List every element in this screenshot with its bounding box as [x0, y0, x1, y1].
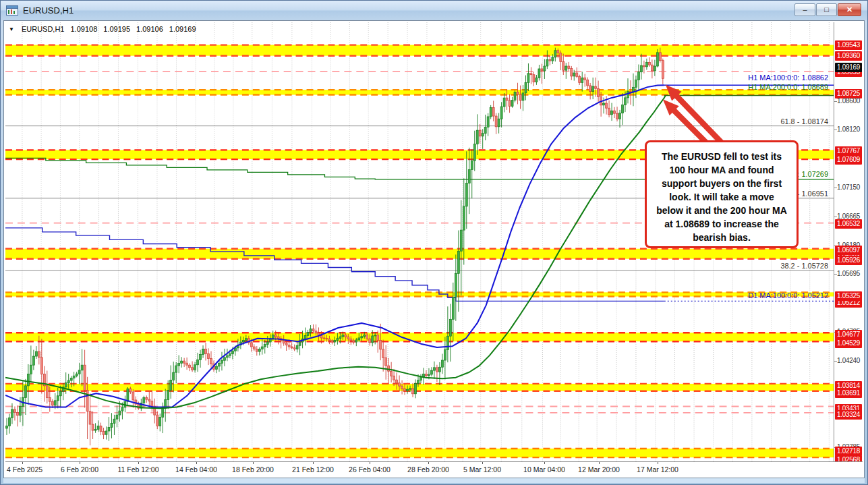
price-level-label: 1.03324 [835, 410, 862, 420]
price-level-label: 1.05695 [837, 269, 860, 279]
time-tick [482, 462, 483, 464]
symbol-dropdown-icon[interactable]: ▼ [9, 26, 14, 32]
time-label: 6 Feb 20:00 [61, 465, 98, 474]
time-label: 17 Mar 12:00 [637, 465, 678, 474]
chart-canvas[interactable]: 61.8 - 1.0817450.0 - 1.0695138.2 - 1.057… [5, 22, 834, 462]
time-tick [544, 462, 545, 464]
info-high: 1.09195 [103, 25, 130, 33]
time-tick [599, 462, 600, 464]
time-tick [22, 462, 23, 464]
time-label: 28 Feb 20:00 [407, 465, 449, 474]
price-level-label: 1.08600 [837, 96, 860, 106]
price-level-label: 1.07609 [835, 155, 862, 165]
close-button[interactable]: ✕ [838, 3, 861, 16]
time-label: 5 Mar 12:00 [463, 465, 501, 474]
annotation-text-box[interactable]: The EURUSD fell to test its 100 hour MA … [645, 140, 799, 248]
info-close: 1.09169 [169, 25, 196, 33]
svg-text:61.8 - 1.08174: 61.8 - 1.08174 [780, 117, 828, 125]
time-tick [370, 462, 370, 464]
time-tick [313, 462, 314, 464]
axis-corner [834, 461, 863, 476]
price-level-label: 1.09360 [835, 51, 862, 61]
time-label: 18 Feb 20:00 [232, 465, 274, 474]
svg-text:38.2 - 1.05728: 38.2 - 1.05728 [780, 262, 828, 270]
price-level-label: 1.08120 [837, 125, 860, 134]
price-level-label: 1.02718 [835, 447, 862, 456]
time-label: 26 Feb 04:00 [349, 465, 390, 474]
title-bar[interactable]: EURUSD,H1 – □ ✕ [1, 1, 867, 20]
price-level-label: 1.04677 [835, 330, 862, 339]
time-tick [138, 462, 139, 464]
price-level-label: 1.06532 [835, 219, 862, 229]
current-price-label: 1.09169 [835, 63, 862, 72]
time-label: 4 Feb 2025 [7, 465, 42, 474]
svg-text:D1 MA:100:0:0: 1.05212: D1 MA:100:0:0: 1.05212 [748, 292, 828, 300]
window-title: EURUSD,H1 [23, 5, 74, 16]
ohlc-info-bar: ▼ EURUSD,H1 1.09108 1.09195 1.09106 1.09… [9, 25, 196, 33]
info-low: 1.09106 [136, 25, 163, 33]
time-label: 21 Feb 12:00 [292, 465, 334, 474]
time-axis[interactable]: 4 Feb 20256 Feb 20:0011 Feb 12:0014 Feb … [5, 461, 834, 476]
mt4-chart-window: EURUSD,H1 – □ ✕ 61.8 - 1.0817450.0 - 1.0… [0, 0, 868, 485]
time-label: 14 Feb 04:00 [175, 465, 217, 474]
minimize-button[interactable]: – [794, 3, 815, 16]
info-symbol: EURUSD,H1 [22, 25, 65, 33]
time-label: 11 Feb 12:00 [117, 465, 158, 474]
price-level-label: 1.04529 [835, 339, 862, 348]
price-level-label: 1.07150 [837, 183, 860, 192]
price-level-label: 1.03691 [835, 389, 862, 398]
time-label: 10 Mar 04:00 [523, 465, 565, 474]
price-level-label: 1.04240 [837, 356, 860, 366]
time-tick [196, 462, 197, 464]
price-level-label: 1.05325 [835, 291, 862, 301]
price-level-label: 1.09543 [835, 40, 862, 50]
chart-window-icon[interactable] [6, 5, 18, 16]
svg-text:H1 MA:100:0:0: 1.08862: H1 MA:100:0:0: 1.08862 [748, 74, 828, 82]
time-tick [658, 462, 658, 464]
time-tick [253, 462, 254, 464]
info-open: 1.09108 [71, 25, 98, 33]
price-level-label: 1.07767 [835, 146, 862, 156]
chart-content: 61.8 - 1.0817450.0 - 1.0695138.2 - 1.057… [3, 20, 865, 478]
price-level-label: 1.06097 [835, 246, 862, 255]
status-strip [3, 478, 865, 483]
maximize-button[interactable]: □ [816, 3, 837, 16]
time-tick [80, 462, 80, 464]
time-tick [428, 462, 429, 464]
time-label: 12 Mar 20:00 [578, 465, 620, 474]
svg-text:H1 MA:200:0:0: 1.08689: H1 MA:200:0:0: 1.08689 [748, 83, 828, 91]
price-level-label: 1.05926 [835, 256, 862, 265]
price-axis[interactable]: 1.095431.093601.090931.091691.087251.086… [834, 22, 863, 462]
